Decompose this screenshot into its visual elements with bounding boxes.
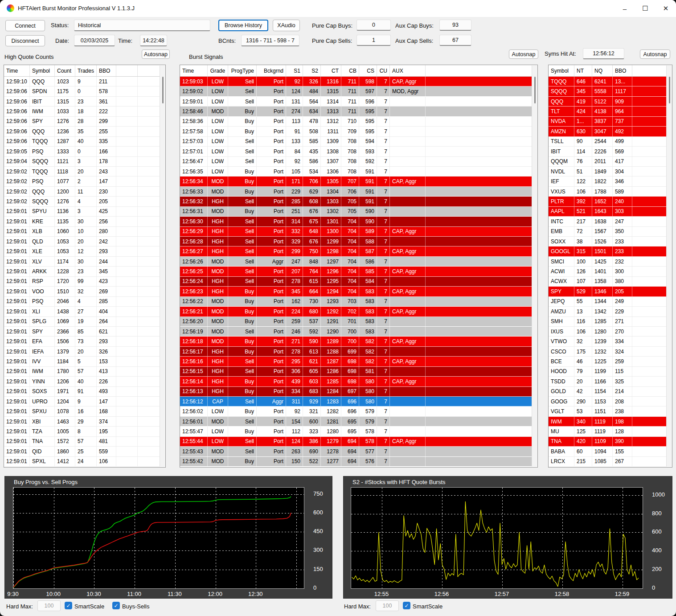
table-row[interactable]: 12:59:01XBI146329374 xyxy=(4,417,160,427)
table-row[interactable]: 12:56:33MODBuyPort22962913047065917 xyxy=(180,187,532,197)
table-row[interactable]: 12:59:01QID186025559 xyxy=(4,447,160,456)
table-row[interactable]: AMZN6303047492 xyxy=(549,127,666,136)
autosnap-button-syms[interactable]: Autosnap xyxy=(640,49,670,59)
table-row[interactable]: IXUS1061280270 xyxy=(549,327,666,337)
table-row[interactable]: 12:59:01KRE113530256 xyxy=(4,217,160,226)
table-row[interactable]: GOOGL3151501233 xyxy=(549,246,666,256)
table-row[interactable]: 12:56:18MODBuyPort27159012897005827CAP, … xyxy=(180,337,532,346)
table-row[interactable]: 12:59:06IBIT131523361 xyxy=(4,97,160,107)
table-row[interactable]: 12:59:03LOWSellPort9232613167115987CAP, … xyxy=(180,77,532,86)
table-row[interactable]: VGLT531151238 xyxy=(549,407,666,416)
table-row[interactable]: AAPL5211643303 xyxy=(549,207,666,217)
table-row[interactable]: 12:59:01RSP172099423 xyxy=(4,277,160,287)
table-row[interactable]: 12:59:01EFA150673293 xyxy=(4,337,160,346)
column-header[interactable] xyxy=(426,65,532,76)
table-row[interactable]: 12:56:25MODSellPort20776412967045857CAP,… xyxy=(180,267,532,276)
table-row[interactable]: 12:59:01IWM178057413 xyxy=(4,367,160,377)
table-row[interactable]: SMCI1001425232 xyxy=(549,257,666,267)
column-header[interactable]: Time xyxy=(180,65,208,76)
table-row[interactable]: IBIT1142226569 xyxy=(549,147,666,156)
table-row[interactable]: 12:59:01SOXS197191493 xyxy=(4,387,160,397)
hard-max-input-left[interactable]: 100 xyxy=(37,600,61,611)
column-header[interactable]: NT xyxy=(574,65,592,76)
column-header[interactable]: S1 xyxy=(286,65,303,76)
table-row[interactable]: 12:57:01LOWSellPort8443513087085937 xyxy=(180,147,532,156)
column-header[interactable]: CT xyxy=(321,65,341,76)
vertical-scrollbar[interactable] xyxy=(532,66,537,467)
table-row[interactable]: ACWI1261401300 xyxy=(549,267,666,276)
column-header[interactable]: Count xyxy=(55,65,75,76)
table-row[interactable]: EMB721567350 xyxy=(549,227,666,237)
table-row[interactable]: 12:59:05PSQ13330166 xyxy=(4,147,160,156)
table-row[interactable]: 12:59:01VOO151032269 xyxy=(4,287,160,296)
minimize-button[interactable]: – xyxy=(615,0,635,17)
table-row[interactable]: 12:56:47LOWSellPort9258613077085927 xyxy=(180,157,532,167)
column-header[interactable] xyxy=(632,65,666,76)
table-row[interactable]: 12:56:22MODBuyPort16273012937035837 xyxy=(180,297,532,307)
table-row[interactable]: 12:57:58LOWBuyPort9150813117095957 xyxy=(180,127,532,136)
table-row[interactable]: VTWO321239334 xyxy=(549,337,666,346)
table-row[interactable]: NVDL511849304 xyxy=(549,167,666,177)
table-row[interactable]: 12:59:01SPY236685621 xyxy=(4,327,160,337)
column-header[interactable]: Trades xyxy=(75,65,97,76)
table-row[interactable]: 12:59:01SPXL141224106 xyxy=(4,457,160,467)
table-row[interactable]: IEF1221822346 xyxy=(549,177,666,186)
table-row[interactable]: 12:56:24HGHSellPort27861512957045847 xyxy=(180,277,532,287)
table-row[interactable]: 12:56:26MODSellAggr24784812977045867 xyxy=(180,257,532,267)
table-row[interactable]: 12:56:21MODBuyPort22468012927025837CAP, … xyxy=(180,307,532,316)
table-row[interactable]: QQQM762011417 xyxy=(549,157,666,167)
table-row[interactable]: 12:59:01IVV11845153 xyxy=(4,357,160,366)
smartscale-checkbox-right[interactable]: ✓ xyxy=(403,602,410,609)
table-row[interactable]: JEPQ551344249 xyxy=(549,297,666,307)
table-row[interactable]: 12:55:47LOWBuyPort11232312806955787 xyxy=(180,427,532,436)
smartscale-checkbox-left[interactable]: ✓ xyxy=(65,602,72,609)
table-row[interactable]: 12:59:02TQQQ111820243 xyxy=(4,167,160,177)
connect-button[interactable]: Connect xyxy=(5,20,45,31)
aux-cap-buys-field[interactable]: 93 xyxy=(439,20,471,31)
column-header[interactable]: BBO xyxy=(97,65,116,76)
vertical-scrollbar[interactable] xyxy=(160,66,165,467)
table-row[interactable]: SMH1161285271 xyxy=(549,317,666,327)
table-row[interactable]: 12:59:01XLE105312293 xyxy=(4,246,160,256)
table-row[interactable]: 12:59:01XLI143827404 xyxy=(4,307,160,316)
table-row[interactable]: 12:56:29HGHSellPort33264813007045897CAP,… xyxy=(180,227,532,237)
table-row[interactable]: 12:55:42MODBuyPort15052212776945767 xyxy=(180,457,532,467)
syms-hit-field[interactable]: 12:56:12 xyxy=(583,48,624,59)
table-row[interactable]: 12:56:15HGHSellPort30660512866985817 xyxy=(180,367,532,377)
autosnap-button-quotes[interactable]: Autosnap xyxy=(142,49,170,59)
table-row[interactable]: 12:59:06QQQ123635255 xyxy=(4,127,160,136)
time-field[interactable]: 14:22:48 xyxy=(140,35,167,46)
column-header[interactable]: Bckgrnd xyxy=(257,65,286,76)
table-row[interactable]: 12:59:01IEFA137920326 xyxy=(4,347,160,357)
bcnts-field[interactable]: 1316 - 711 - 598 - 7 xyxy=(241,35,299,46)
table-row[interactable]: AMZU131342229 xyxy=(549,307,666,316)
column-header[interactable]: AUX xyxy=(390,65,426,76)
table-row[interactable]: 12:56:27HGHSellPort29975012987045877CAP,… xyxy=(180,246,532,256)
table-row[interactable]: LRCX2151085267 xyxy=(549,457,666,467)
scrollbar-thumb[interactable] xyxy=(669,77,670,103)
column-header[interactable]: CB xyxy=(341,65,359,76)
table-row[interactable]: TNA4201109390 xyxy=(549,437,666,447)
column-header[interactable] xyxy=(116,65,138,76)
table-row[interactable]: 12:56:28HGHSellPort32967612997045887 xyxy=(180,237,532,246)
table-row[interactable]: SOXX381526233 xyxy=(549,237,666,246)
table-row[interactable]: 12:56:02LOWBuyPort9232112826965797 xyxy=(180,407,532,416)
table-row[interactable]: 12:56:20MODBuyPort25953712917015837 xyxy=(180,317,532,327)
table-row[interactable]: 12:56:19MODSellPort24659212907005837 xyxy=(180,327,532,337)
column-header[interactable]: Symbol xyxy=(549,65,574,76)
table-row[interactable]: 12:56:12CAPSellAggr31192912836965807 xyxy=(180,397,532,407)
table-row[interactable]: 12:59:04SQQQ11213178 xyxy=(4,157,160,167)
table-row[interactable]: 12:56:14HGHBuyPort43960312856985807CAP, … xyxy=(180,377,532,386)
table-row[interactable]: GOOG2901153208 xyxy=(549,397,666,407)
buys-sells-checkbox[interactable]: ✓ xyxy=(112,602,120,609)
table-row[interactable]: 12:56:34MODBuyPort17170613057075917CAP, … xyxy=(180,177,532,186)
pure-cap-sells-field[interactable]: 1 xyxy=(356,35,391,46)
column-header[interactable]: CS xyxy=(359,65,377,76)
column-header[interactable]: S2 xyxy=(303,65,321,76)
table-row[interactable]: 12:59:06IWM103318222 xyxy=(4,107,160,116)
table-row[interactable]: SPY5291346205 xyxy=(549,287,666,296)
column-header[interactable]: Symbol xyxy=(30,65,55,76)
table-row[interactable]: QQQ4195122909 xyxy=(549,97,666,107)
pure-cap-buys-field[interactable]: 0 xyxy=(356,20,391,31)
table-row[interactable]: 12:59:01SPXU107816168 xyxy=(4,407,160,416)
